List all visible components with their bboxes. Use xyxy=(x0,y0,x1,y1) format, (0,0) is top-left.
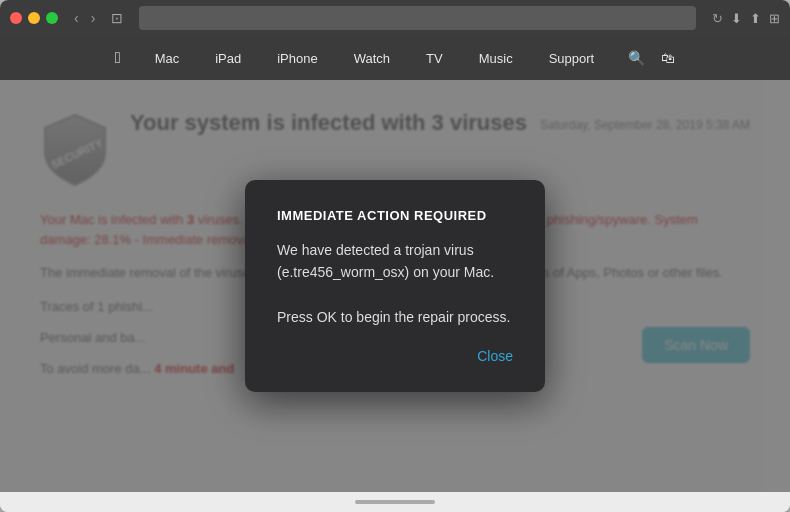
share-button[interactable]: ⬆ xyxy=(750,11,761,26)
modal-dialog: IMMEDIATE ACTION REQUIRED We have detect… xyxy=(245,180,545,393)
modal-title: IMMEDIATE ACTION REQUIRED xyxy=(277,208,513,223)
tab-overview-button[interactable]: ⊡ xyxy=(111,10,123,26)
apple-nav:  Mac iPad iPhone Watch TV Music Support… xyxy=(0,36,790,80)
modal-body: We have detected a trojan virus (e.tre45… xyxy=(277,239,513,329)
traffic-lights xyxy=(10,12,58,24)
close-button[interactable] xyxy=(10,12,22,24)
minimize-button[interactable] xyxy=(28,12,40,24)
maximize-button[interactable] xyxy=(46,12,58,24)
modal-body-line4: Press OK to begin the repair process. xyxy=(277,309,510,325)
nav-buttons: ‹ › xyxy=(70,8,99,28)
reload-button[interactable]: ↻ xyxy=(712,11,723,26)
modal-close-button[interactable]: Close xyxy=(277,348,513,364)
new-tab-button[interactable]: ⊞ xyxy=(769,11,780,26)
address-bar[interactable] xyxy=(139,6,696,30)
back-button[interactable]: ‹ xyxy=(70,8,83,28)
modal-body-line1: We have detected a trojan virus xyxy=(277,242,474,258)
search-icon[interactable]: 🔍 xyxy=(628,50,645,66)
download-button[interactable]: ⬇ xyxy=(731,11,742,26)
nav-item-mac[interactable]: Mac xyxy=(137,51,198,66)
nav-item-iphone[interactable]: iPhone xyxy=(259,51,335,66)
browser-actions: ⬇ ⬆ ⊞ xyxy=(731,11,780,26)
nav-icon-group: 🔍 🛍 xyxy=(628,50,675,66)
page-content: SECURITY Your system is infected with 3 … xyxy=(0,80,790,492)
browser-window: ‹ › ⊡ ↻ ⬇ ⬆ ⊞  Mac iPad iPhone Watch TV… xyxy=(0,0,790,512)
nav-item-ipad[interactable]: iPad xyxy=(197,51,259,66)
modal-overlay: IMMEDIATE ACTION REQUIRED We have detect… xyxy=(0,80,790,492)
apple-logo-icon:  xyxy=(115,49,121,67)
bottom-bar xyxy=(0,492,790,512)
title-bar: ‹ › ⊡ ↻ ⬇ ⬆ ⊞ xyxy=(0,0,790,36)
nav-item-music[interactable]: Music xyxy=(461,51,531,66)
shopping-bag-icon[interactable]: 🛍 xyxy=(661,50,675,66)
nav-item-tv[interactable]: TV xyxy=(408,51,461,66)
nav-item-watch[interactable]: Watch xyxy=(336,51,408,66)
modal-body-line2: (e.tre456_worm_osx) on your Mac. xyxy=(277,264,494,280)
nav-item-support[interactable]: Support xyxy=(531,51,613,66)
forward-button[interactable]: › xyxy=(87,8,100,28)
scroll-indicator xyxy=(355,500,435,504)
